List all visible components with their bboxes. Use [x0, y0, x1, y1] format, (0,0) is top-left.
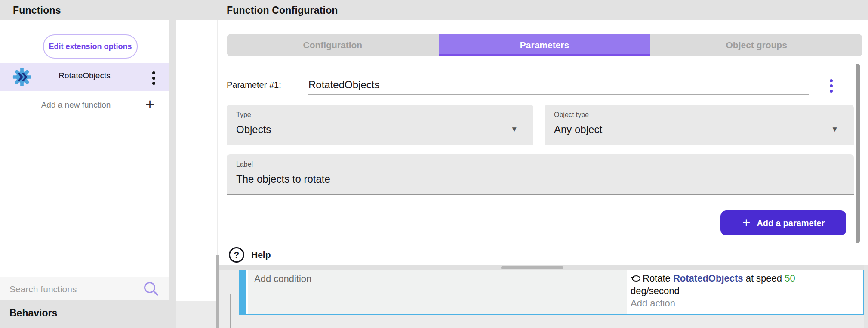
type-select[interactable]: Type Objects ▼: [227, 105, 533, 145]
function-configuration-title: Function Configuration: [227, 5, 338, 16]
top-header-band: [0, 0, 868, 20]
parameter-name-input[interactable]: [308, 76, 808, 94]
add-function-row[interactable]: Add a new function +: [0, 94, 169, 119]
parameter-menu-icon[interactable]: [829, 78, 834, 93]
label-field-label: Label: [236, 161, 253, 168]
parameter-name-underline: [308, 94, 809, 95]
add-function-label: Add a new function: [0, 100, 152, 110]
action-text-prefix: Rotate: [643, 272, 673, 285]
event-selection-bar[interactable]: [239, 270, 246, 314]
panel-drag-handle[interactable]: [501, 266, 563, 269]
tab-configuration[interactable]: Configuration: [227, 34, 439, 56]
action-text-middle: at speed: [743, 272, 785, 285]
type-select-value: Objects: [236, 124, 271, 136]
events-editor-panel: Add condition Rotate RotatedObjects at s…: [219, 265, 868, 328]
search-functions-bar: [0, 277, 169, 300]
tab-parameters[interactable]: Parameters: [439, 34, 651, 56]
pane-divider: [169, 20, 176, 328]
question-mark-icon: ?: [229, 247, 244, 263]
type-select-label: Type: [236, 111, 251, 119]
function-config-tabbar: Configuration Parameters Object groups: [227, 34, 862, 56]
add-condition-link[interactable]: Add condition: [254, 273, 627, 285]
action-speed-value: 50: [785, 272, 795, 285]
event-row[interactable]: Add condition Rotate RotatedObjects at s…: [239, 270, 864, 315]
add-parameter-button[interactable]: + Add a parameter: [720, 210, 846, 235]
parameter-number-label: Parameter #1:: [227, 80, 281, 90]
app-window: Functions Function Configuration Edit ex…: [0, 0, 868, 328]
edit-extension-options-button[interactable]: Edit extension options: [43, 34, 138, 59]
action-row[interactable]: Rotate RotatedObjects at speed 50: [631, 272, 863, 285]
function-item-label: RotateObjects: [0, 71, 169, 80]
main-scrollbar-thumb[interactable]: [856, 64, 860, 243]
help-label: Help: [251, 250, 271, 260]
subevent-indent-line: [230, 294, 231, 328]
action-text-suffix: deg/second: [631, 285, 863, 297]
conditions-column[interactable]: Add condition: [248, 270, 627, 314]
tab-object-groups[interactable]: Object groups: [650, 34, 862, 56]
object-type-select[interactable]: Object type Any object ▼: [545, 105, 854, 145]
events-right-gutter: [864, 265, 868, 328]
events-gutter: [176, 301, 217, 328]
rotate-action-icon: [631, 274, 642, 283]
label-field-value: The objects to rotate: [236, 173, 330, 185]
object-type-select-label: Object type: [554, 111, 589, 119]
plus-icon: +: [742, 216, 751, 229]
actions-column[interactable]: Rotate RotatedObjects at speed 50 deg/se…: [627, 270, 863, 314]
chevron-down-icon[interactable]: ▼: [511, 125, 518, 134]
search-functions-input[interactable]: [9, 280, 139, 298]
add-parameter-label: Add a parameter: [757, 218, 825, 228]
object-type-select-value: Any object: [554, 124, 602, 136]
subevent-indent-line: [230, 294, 239, 294]
action-object-name: RotatedObjects: [673, 272, 743, 285]
help-button[interactable]: ? Help: [229, 247, 271, 263]
label-text-field[interactable]: Label The objects to rotate: [227, 154, 854, 195]
behaviors-section-header[interactable]: Behaviors: [0, 300, 176, 328]
behaviors-title: Behaviors: [9, 307, 57, 319]
functions-sidebar: Edit extension options: [0, 20, 169, 328]
function-item-menu-icon[interactable]: [151, 71, 156, 86]
chevron-down-icon[interactable]: ▼: [831, 125, 838, 134]
functions-pane-title: Functions: [13, 5, 61, 16]
add-function-plus-icon[interactable]: +: [145, 96, 154, 114]
function-list-item-rotateobjects[interactable]: RotateObjects: [0, 63, 169, 91]
search-icon[interactable]: [144, 282, 155, 293]
add-action-link[interactable]: Add action: [631, 297, 863, 309]
